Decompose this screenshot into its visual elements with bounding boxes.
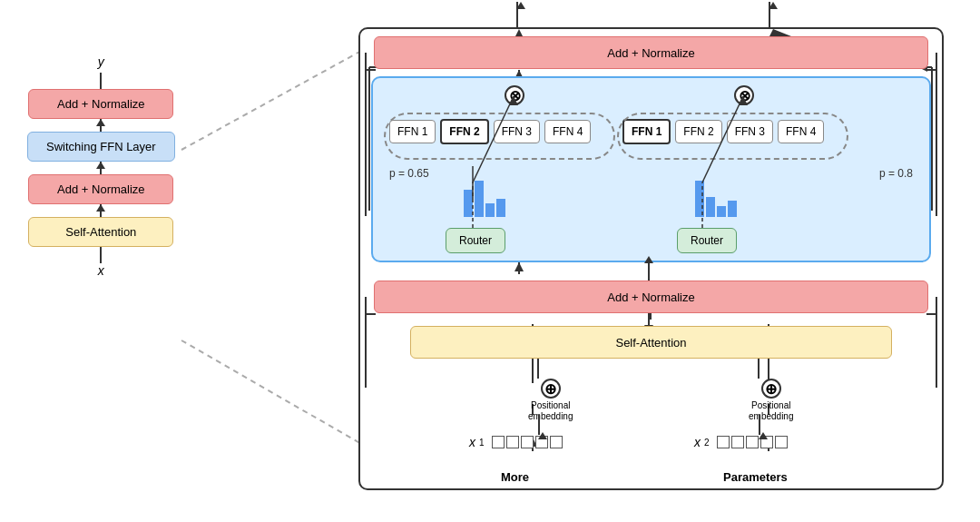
right-skip-line bbox=[936, 53, 937, 216]
left-diagram: y Add + Normalize Switching FFN Layer Ad… bbox=[27, 54, 175, 278]
switching-ffn-container: ⊗ ⊗ FFN 1 FFN 2 FFN 3 FFN 4 FFN 1 FFN 2 … bbox=[371, 76, 931, 262]
arrow-addnorm-to-sa bbox=[648, 313, 650, 326]
right-outer-box: y 1 y 2 bbox=[358, 27, 944, 490]
pos-emb-right-label: Positionalembedding bbox=[749, 400, 793, 422]
right-skip-mid bbox=[936, 297, 937, 388]
left-output-label: y bbox=[98, 54, 104, 69]
bottom-label-params: Parameters bbox=[723, 470, 788, 484]
right-add-norm-mid: Add + Normalize bbox=[374, 281, 928, 313]
plus-circle-right: ⊕ bbox=[761, 379, 781, 399]
p-label-left: p = 0.65 bbox=[389, 167, 429, 180]
histogram-left bbox=[464, 181, 505, 217]
left-skip-mid bbox=[365, 297, 367, 388]
svg-marker-14 bbox=[514, 262, 524, 271]
plus-circle-left: ⊕ bbox=[541, 379, 561, 399]
pos-emb-left: ⊕ Positionalembedding bbox=[528, 379, 573, 422]
left-skip-h bbox=[365, 69, 376, 71]
left-self-attention: Self-Attention bbox=[28, 217, 173, 247]
input-x2: x2 bbox=[694, 435, 788, 449]
bottom-label-more: More bbox=[501, 470, 529, 484]
svg-line-1 bbox=[181, 340, 363, 445]
left-switching-ffn: Switching FFN Layer bbox=[27, 132, 175, 162]
right-self-attention: Self-Attention bbox=[410, 326, 892, 359]
multiply-left: ⊗ bbox=[505, 85, 524, 105]
right-skip-mid-h bbox=[926, 313, 937, 315]
arrow-sa-to-posemb-left bbox=[537, 359, 539, 379]
left-skip-line bbox=[365, 53, 367, 216]
p-label-right: p = 0.8 bbox=[879, 167, 913, 180]
left-add-norm-bot: Add + Normalize bbox=[28, 174, 173, 204]
right-add-norm-top: Add + Normalize bbox=[374, 36, 928, 69]
router-right: Router bbox=[677, 228, 737, 253]
arrow-sa-to-posemb-right bbox=[758, 359, 760, 379]
dashed-ellipse-right bbox=[617, 113, 848, 160]
diagram-container: y Add + Normalize Switching FFN Layer Ad… bbox=[0, 0, 980, 522]
svg-line-0 bbox=[181, 50, 363, 150]
left-input-label: x bbox=[98, 263, 104, 278]
x1-grid bbox=[492, 436, 563, 448]
arrow-switching-to-addnorm bbox=[648, 262, 650, 281]
router-left: Router bbox=[446, 228, 505, 253]
histogram-right bbox=[695, 181, 737, 217]
right-skip-h bbox=[926, 69, 937, 71]
input-x1: x1 bbox=[469, 435, 563, 449]
left-add-norm-top: Add + Normalize bbox=[28, 89, 173, 119]
x2-grid bbox=[717, 436, 788, 448]
dashed-ellipse-left bbox=[384, 113, 615, 160]
pos-emb-right: ⊕ Positionalembedding bbox=[749, 379, 793, 422]
multiply-right: ⊗ bbox=[734, 85, 754, 105]
pos-emb-left-label: Positionalembedding bbox=[528, 400, 573, 422]
left-skip-mid-h bbox=[365, 313, 376, 315]
